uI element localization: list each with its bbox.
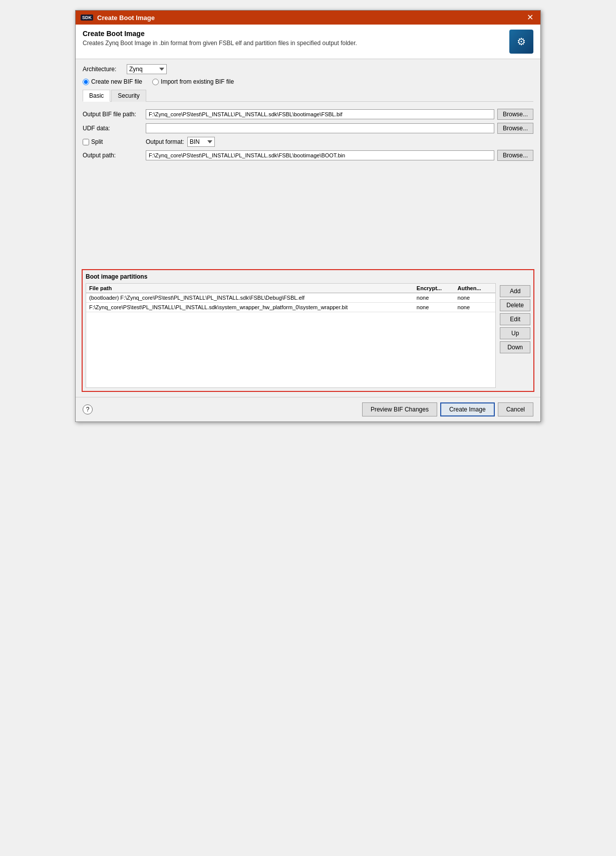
bottom-right-buttons: Preview BIF Changes Create Image Cancel [362,402,533,416]
title-bar-left: SDK Create Boot Image [81,14,155,22]
output-path-input[interactable] [146,150,494,160]
content-area: Architecture: ZynqZynqMP Create new BIF … [76,59,540,397]
cell-authen: none [455,293,496,303]
split-checkbox-container: Split [83,138,143,145]
partitions-title: Boot image partitions [86,273,530,280]
tab-basic[interactable]: Basic [83,90,110,102]
bif-radio-row: Create new BIF file Import from existing… [83,78,533,85]
table-row[interactable]: (bootloader) F:\Zynq_core\PS\test\PL_INS… [86,293,495,303]
up-button[interactable]: Up [500,327,530,339]
architecture-row: Architecture: ZynqZynqMP [83,64,533,74]
architecture-label: Architecture: [83,66,123,73]
dialog-title: Create Boot Image [97,14,155,22]
close-button[interactable]: ✕ [525,14,535,22]
output-format-label: Output format: [146,138,184,145]
header-icon [509,30,533,54]
table-row[interactable]: F:\Zynq_core\PS\test\PL_INSTALL\PL_INSTA… [86,303,495,312]
output-path-label: Output path: [83,152,143,159]
header-description: Creates Zynq Boot Image in .bin format f… [83,40,357,47]
partitions-container: File path Encrypt... Authen... (bootload… [86,283,496,388]
udf-label: UDF data: [83,125,143,132]
down-button[interactable]: Down [500,341,530,353]
side-buttons: Add Delete Edit Up Down [496,283,530,388]
header-area: Create Boot Image Creates Zynq Boot Imag… [76,25,540,59]
col-header-authen: Authen... [455,284,496,293]
architecture-select[interactable]: ZynqZynqMP [127,64,167,74]
output-bif-label: Output BIF file path: [83,111,143,118]
add-button[interactable]: Add [500,285,530,297]
preview-bif-button[interactable]: Preview BIF Changes [362,402,437,416]
cell-authen: none [455,303,496,312]
partitions-area: File path Encrypt... Authen... (bootload… [86,283,530,388]
import-bif-label[interactable]: Import from existing BIF file [152,78,234,85]
title-bar: SDK Create Boot Image ✕ [76,11,540,25]
partitions-table: File path Encrypt... Authen... (bootload… [86,284,495,312]
create-new-bif-text: Create new BIF file [91,78,142,85]
header-title: Create Boot Image [83,30,357,38]
output-path-browse-button[interactable]: Browse... [497,150,533,161]
tabs: Basic Security [83,89,533,102]
udf-browse-button[interactable]: Browse... [497,123,533,134]
dialog-create-boot-image: SDK Create Boot Image ✕ Create Boot Imag… [75,10,541,422]
create-new-bif-radio[interactable] [83,79,89,85]
big-spacer [83,165,533,265]
split-checkbox[interactable] [83,139,89,145]
output-bif-browse-button[interactable]: Browse... [497,109,533,120]
cell-encrypt: none [414,293,455,303]
edit-button[interactable]: Edit [500,313,530,325]
help-icon[interactable]: ? [83,404,93,414]
partitions-spacer [86,312,495,387]
format-row: Output format: BINMCS [146,137,494,147]
bottom-bar: ? Preview BIF Changes Create Image Cance… [76,397,540,421]
cell-encrypt: none [414,303,455,312]
output-format-select[interactable]: BINMCS [187,137,215,147]
output-bif-input[interactable] [146,109,494,119]
form-grid: Output BIF file path: Browse... UDF data… [83,109,533,161]
col-header-filepath: File path [86,284,414,293]
split-label: Split [91,138,103,145]
cell-filepath: (bootloader) F:\Zynq_core\PS\test\PL_INS… [86,293,414,303]
cell-filepath: F:\Zynq_core\PS\test\PL_INSTALL\PL_INSTA… [86,303,414,312]
create-new-bif-label[interactable]: Create new BIF file [83,78,142,85]
sdk-badge: SDK [81,15,93,21]
col-header-encrypt: Encrypt... [414,284,455,293]
create-image-button[interactable]: Create Image [440,402,495,416]
udf-input[interactable] [146,123,494,133]
table-header-row: File path Encrypt... Authen... [86,284,495,293]
import-bif-text: Import from existing BIF file [161,78,234,85]
header-text: Create Boot Image Creates Zynq Boot Imag… [83,30,357,47]
import-bif-radio[interactable] [152,79,159,85]
cancel-button[interactable]: Cancel [498,402,533,416]
tab-security[interactable]: Security [111,90,146,102]
delete-button[interactable]: Delete [500,299,530,311]
partitions-section: Boot image partitions File path Encrypt.… [82,269,534,392]
